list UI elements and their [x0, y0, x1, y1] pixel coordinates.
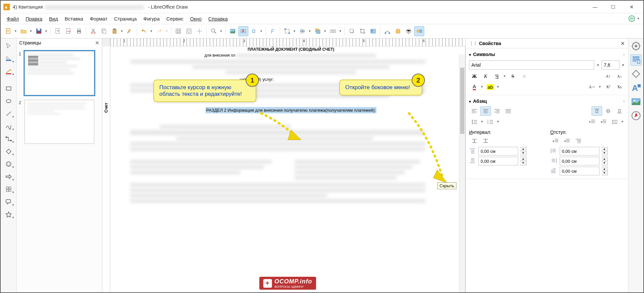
line-tool[interactable]: ▼ [2, 108, 15, 119]
symbols-popout-icon[interactable]: ▫ [623, 52, 625, 57]
horizontal-ruler[interactable]: 1 2 3 4 5 6 7 8 9 10 11 [110, 38, 465, 46]
window-maximize-button[interactable]: ☐ [604, 1, 622, 13]
paste-dropdown[interactable]: ▼ [120, 29, 123, 33]
callout-tool[interactable]: ▼ [2, 196, 15, 207]
align-center-button[interactable] [480, 106, 491, 116]
menu-help[interactable]: Справка [205, 15, 231, 23]
spin-up[interactable]: ▲ [602, 157, 607, 161]
curve-tool[interactable]: ▼ [2, 121, 15, 132]
arrow-shapes-tool[interactable]: ▼ [2, 171, 15, 182]
font-color-button[interactable]: A [469, 82, 480, 91]
spacing-decrease-icon[interactable] [480, 136, 491, 146]
zoom-button[interactable] [209, 26, 219, 36]
spin-down[interactable]: ▼ [602, 151, 607, 155]
spin-down[interactable]: ▼ [602, 171, 607, 175]
font-color-dropdown[interactable]: ▼ [480, 82, 484, 91]
basic-shapes-tool[interactable]: ▼ [2, 146, 15, 157]
arrange-button[interactable] [313, 26, 323, 36]
pointer-tool[interactable] [2, 40, 15, 52]
save-dropdown[interactable]: ▼ [44, 29, 48, 33]
star-tool[interactable]: ▼ [2, 209, 15, 220]
page-thumbnail-1[interactable]: 1 [25, 51, 94, 95]
distribute-dropdown[interactable]: ▼ [339, 29, 342, 33]
align-left-button[interactable] [469, 106, 480, 116]
spin-down[interactable]: ▼ [520, 151, 526, 155]
indent-dec-icon[interactable] [562, 136, 572, 146]
glue-button[interactable] [393, 26, 403, 36]
menu-insert[interactable]: Вставка [61, 15, 87, 23]
line-spacing-button[interactable] [609, 117, 620, 126]
font-size-input[interactable] [602, 60, 619, 70]
transform-dropdown[interactable]: ▼ [293, 29, 296, 33]
menu-window[interactable]: Окно [187, 15, 205, 23]
valign-top-button[interactable] [592, 106, 602, 116]
bold-button[interactable]: Ж [469, 72, 480, 81]
vertical-ruler[interactable]: Счет на оплату услуг ЖКХ [102, 46, 110, 292]
line-spacing-dropdown[interactable]: ▼ [621, 117, 624, 126]
spacing-button[interactable]: A↔ [587, 82, 598, 91]
crop-button[interactable] [358, 26, 367, 36]
align-right-button[interactable] [492, 106, 502, 116]
increase-font-button[interactable]: A↑ [603, 72, 613, 81]
image-button[interactable] [228, 26, 238, 36]
redo-dropdown[interactable]: ▼ [165, 29, 168, 33]
properties-deck-icon[interactable] [630, 54, 642, 66]
menu-format[interactable]: Формат [86, 15, 111, 23]
special-char-dropdown[interactable]: ▼ [260, 29, 263, 33]
print-button[interactable] [74, 26, 84, 36]
vertical-scrollbar[interactable] [459, 54, 465, 292]
page-thumbnail-2[interactable]: 2 [25, 100, 94, 144]
decrease-indent-button[interactable] [598, 117, 609, 126]
gallery-deck-icon[interactable] [630, 96, 642, 107]
fill-color-tool[interactable]: ▼ [2, 53, 15, 64]
connector-tool[interactable]: ▼ [2, 133, 15, 145]
copy-button[interactable] [99, 26, 109, 36]
hanging-indent-icon[interactable] [573, 136, 584, 146]
bullets-dropdown[interactable]: ▼ [480, 117, 484, 126]
sidebar-settings-icon[interactable] [630, 40, 642, 52]
shapes-deck-icon[interactable] [630, 68, 642, 80]
spacing-increase-icon[interactable] [469, 136, 480, 146]
italic-button[interactable]: К [480, 72, 491, 81]
bullets-button[interactable] [469, 117, 480, 126]
save-button[interactable] [34, 26, 44, 36]
distribute-button[interactable] [328, 26, 338, 36]
new-dropdown[interactable]: ▼ [14, 29, 17, 33]
align-dropdown[interactable]: ▼ [308, 29, 311, 33]
menu-view[interactable]: Вид [46, 15, 61, 23]
export-button[interactable] [53, 26, 63, 36]
toggle-sidebar-button[interactable] [414, 26, 424, 36]
spin-up[interactable]: ▲ [520, 157, 526, 161]
line-color-tool[interactable]: ▼ [2, 66, 15, 77]
highlight-button[interactable]: ab [485, 82, 496, 91]
paste-button[interactable] [110, 26, 120, 36]
menu-edit[interactable]: Правка [22, 15, 46, 23]
cut-button[interactable] [88, 26, 98, 36]
valign-middle-button[interactable] [603, 106, 613, 116]
extrusion-button[interactable] [404, 26, 414, 36]
spin-up[interactable]: ▲ [602, 147, 607, 151]
language-dropdown[interactable]: ▼ [637, 17, 640, 20]
space-above-input[interactable] [478, 147, 518, 155]
symbol-shapes-tool[interactable]: ▼ [2, 158, 15, 170]
navigator-deck-icon[interactable] [630, 110, 642, 121]
valign-bottom-button[interactable] [614, 106, 625, 116]
spin-down[interactable]: ▼ [602, 161, 607, 165]
new-button[interactable] [3, 26, 13, 36]
strikethrough-button[interactable]: S [508, 72, 518, 81]
space-below-input[interactable] [478, 157, 518, 165]
open-dropdown[interactable]: ▼ [29, 29, 33, 33]
numbering-dropdown[interactable]: ▼ [496, 117, 500, 126]
flowchart-tool[interactable]: ▼ [2, 184, 15, 195]
highlight-dropdown[interactable]: ▼ [496, 82, 500, 91]
indent-left-input[interactable] [560, 147, 600, 155]
window-minimize-button[interactable]: — [586, 1, 604, 13]
indent-first-input[interactable] [560, 167, 600, 175]
indent-right-input[interactable] [560, 157, 600, 165]
font-name-input[interactable] [469, 60, 594, 70]
zoom-dropdown[interactable]: ▼ [219, 29, 223, 33]
properties-close-icon[interactable]: ✕ [621, 41, 625, 46]
clone-format-button[interactable] [125, 26, 135, 36]
styles-deck-icon[interactable]: A [630, 82, 642, 93]
indent-inc-icon[interactable] [550, 136, 561, 146]
